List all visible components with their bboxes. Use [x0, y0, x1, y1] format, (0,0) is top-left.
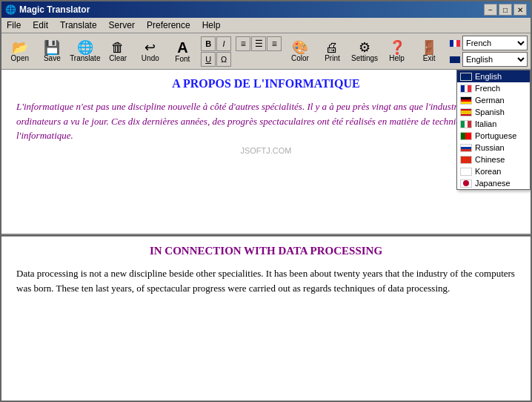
dropdown-label-french: French: [475, 84, 500, 93]
print-button[interactable]: 🖨 Print: [317, 35, 348, 67]
settings-label: Settings: [351, 54, 378, 62]
open-icon: 📂: [12, 41, 28, 54]
menu-server[interactable]: Server: [107, 19, 137, 31]
flag-russian: [460, 144, 472, 152]
dropdown-item-russian[interactable]: Russian: [457, 142, 530, 154]
color-button[interactable]: 🎨 Color: [285, 35, 316, 67]
maximize-button[interactable]: □: [499, 4, 512, 16]
font-icon: A: [177, 40, 187, 55]
dropdown-item-spanish[interactable]: Spanish: [457, 106, 530, 118]
main-content: A PROPOS DE L'INFORMATIQUE L'informatiqu…: [1, 70, 531, 401]
align-group: ≡ ☰ ≡: [236, 36, 282, 67]
french-body[interactable]: L'informatique n'est pas une discipline …: [16, 99, 516, 143]
open-button[interactable]: 📂 Open: [4, 35, 36, 67]
flag-chinese: [460, 156, 472, 164]
dropdown-item-portuguese[interactable]: Portuguese: [457, 130, 530, 142]
flag-japanese: [460, 179, 472, 188]
flag-english: [460, 73, 472, 81]
source-language-select[interactable]: French English German Spanish: [462, 36, 528, 50]
translate-label: Translate: [70, 54, 100, 62]
color-label: Color: [291, 54, 309, 62]
language-dropdowns: French English German Spanish English Fr…: [449, 36, 528, 67]
clear-label: Clear: [109, 54, 127, 62]
toolbar: 📂 Open 💾 Save 🌐 Translate 🗑 Clear ↩ Undo…: [1, 33, 531, 70]
align-row-2: [236, 52, 282, 67]
clear-button[interactable]: 🗑 Clear: [102, 35, 133, 67]
french-title: A PROPOS DE L'INFORMATIQUE: [16, 77, 516, 90]
dropdown-item-japanese[interactable]: Japanese: [457, 177, 530, 189]
exit-label: Exit: [423, 54, 436, 62]
save-label: Save: [44, 54, 61, 62]
menu-help[interactable]: Help: [200, 19, 223, 31]
format-row-1: B I: [201, 36, 231, 51]
font-button[interactable]: A Font: [167, 35, 199, 67]
dropdown-label-german: German: [475, 96, 505, 105]
format-row-2: U Ω: [201, 52, 231, 67]
exit-icon: 🚪: [421, 41, 437, 54]
clear-icon: 🗑: [111, 41, 124, 54]
dropdown-label-chinese: Chinese: [475, 155, 505, 164]
dropdown-item-english[interactable]: English: [457, 70, 530, 82]
dropdown-item-german[interactable]: German: [457, 94, 530, 106]
dropdown-label-english: English: [475, 72, 502, 81]
title-bar-buttons: − □ ✕: [484, 4, 527, 16]
title-bar: 🌐 Magic Translator − □ ✕: [1, 1, 531, 18]
align-left-button[interactable]: ≡: [236, 36, 250, 51]
english-title: IN CONNECTION WITH DATA PROCESSING: [16, 245, 516, 257]
dropdown-item-italian[interactable]: Italian: [457, 118, 530, 130]
translate-icon: 🌐: [77, 41, 93, 54]
save-button[interactable]: 💾 Save: [37, 35, 68, 67]
symbol-button[interactable]: Ω: [216, 52, 231, 67]
flag-italian: [460, 120, 472, 128]
title-bar-left: 🌐 Magic Translator: [5, 4, 90, 15]
print-icon: 🖨: [325, 41, 339, 54]
align-right-button[interactable]: ≡: [267, 36, 282, 51]
help-button[interactable]: ❓ Help: [382, 35, 413, 67]
dropdown-label-italian: Italian: [475, 119, 496, 128]
english-body[interactable]: Data processing is not a new discipline …: [16, 266, 516, 295]
app-title: Magic Translator: [19, 4, 90, 15]
dropdown-item-french[interactable]: French: [457, 82, 530, 94]
language-dropdown-overlay: English French German Spanish Italian Po…: [456, 70, 531, 190]
undo-icon: ↩: [144, 41, 156, 54]
dropdown-label-russian: Russian: [475, 143, 505, 152]
translate-button[interactable]: 🌐 Translate: [69, 35, 101, 67]
align-center-button[interactable]: ☰: [251, 36, 266, 51]
dropdown-label-korean: Korean: [475, 167, 501, 176]
dropdown-label-portuguese: Portuguese: [475, 131, 516, 140]
align-row-1: ≡ ☰ ≡: [236, 36, 282, 51]
flag-korean: [460, 168, 472, 176]
save-icon: 💾: [44, 41, 60, 54]
open-label: Open: [11, 54, 29, 62]
undo-button[interactable]: ↩ Undo: [135, 35, 166, 67]
menu-edit[interactable]: Edit: [30, 19, 50, 31]
app-icon: 🌐: [5, 4, 16, 15]
menu-translate[interactable]: Translate: [58, 19, 99, 31]
dropdown-item-korean[interactable]: Korean: [457, 165, 530, 177]
dropdown-item-chinese[interactable]: Chinese: [457, 154, 530, 165]
underline-button[interactable]: U: [201, 52, 216, 67]
content-area: A PROPOS DE L'INFORMATIQUE L'informatiqu…: [1, 70, 531, 401]
source-lang-flag: [449, 39, 461, 47]
watermark: JSOFTJ.COM: [16, 146, 516, 155]
exit-button[interactable]: 🚪 Exit: [413, 35, 445, 67]
help-label: Help: [389, 54, 405, 62]
format-group: B I U Ω: [201, 36, 231, 67]
settings-icon: ⚙: [359, 41, 370, 54]
color-icon: 🎨: [292, 41, 308, 54]
settings-button[interactable]: ⚙ Settings: [349, 35, 380, 67]
main-window: 🌐 Magic Translator − □ ✕ File Edit Trans…: [0, 0, 532, 402]
undo-label: Undo: [142, 54, 159, 62]
menu-preference[interactable]: Preference: [144, 19, 193, 31]
bold-button[interactable]: B: [201, 36, 216, 51]
italic-button[interactable]: I: [216, 36, 231, 51]
target-language-select[interactable]: English French German: [462, 52, 528, 67]
menu-bar: File Edit Translate Server Preference He…: [1, 18, 531, 33]
flag-french: [460, 85, 472, 93]
menu-file[interactable]: File: [4, 19, 23, 31]
close-button[interactable]: ✕: [513, 4, 527, 16]
minimize-button[interactable]: −: [484, 4, 497, 16]
dropdown-label-spanish: Spanish: [475, 108, 505, 116]
font-label: Font: [175, 55, 190, 63]
english-text-pane: IN CONNECTION WITH DATA PROCESSING Data …: [1, 237, 531, 401]
